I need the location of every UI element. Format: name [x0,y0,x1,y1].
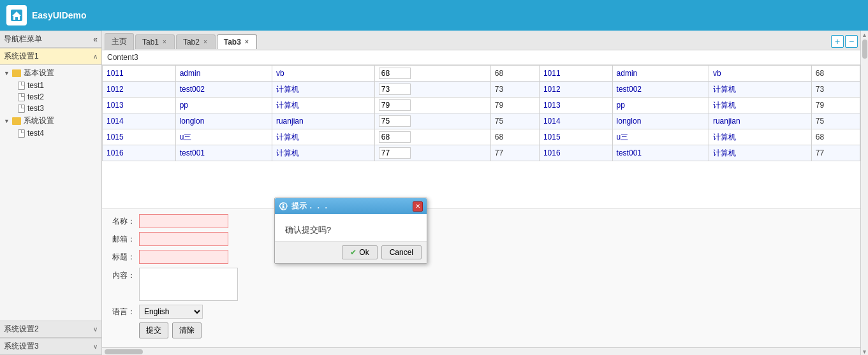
dialog-ok-label: Ok [359,248,369,257]
confirm-dialog: 🛈 提示．．． ✕ 确认提交吗? ✔ Ok Cancel [274,198,427,264]
dialog-icon: 🛈 [279,201,288,212]
dialog-cancel-label: Cancel [390,248,413,257]
dialog-body: 确认提交吗? [275,214,427,241]
dialog-title: 🛈 提示．．． [279,201,330,212]
dialog-close-button[interactable]: ✕ [413,201,423,212]
dialog-message: 确认提交吗? [285,225,331,235]
dialog-cancel-button[interactable]: Cancel [381,245,422,259]
dialog-title-label: 提示．．． [291,201,330,212]
dialog-title-bar: 🛈 提示．．． ✕ [275,198,427,214]
dialog-overlay: 🛈 提示．．． ✕ 确认提交吗? ✔ Ok Cancel [0,0,868,355]
dialog-footer: ✔ Ok Cancel [275,241,427,263]
dialog-ok-button[interactable]: ✔ Ok [342,245,377,259]
ok-icon: ✔ [350,248,357,257]
